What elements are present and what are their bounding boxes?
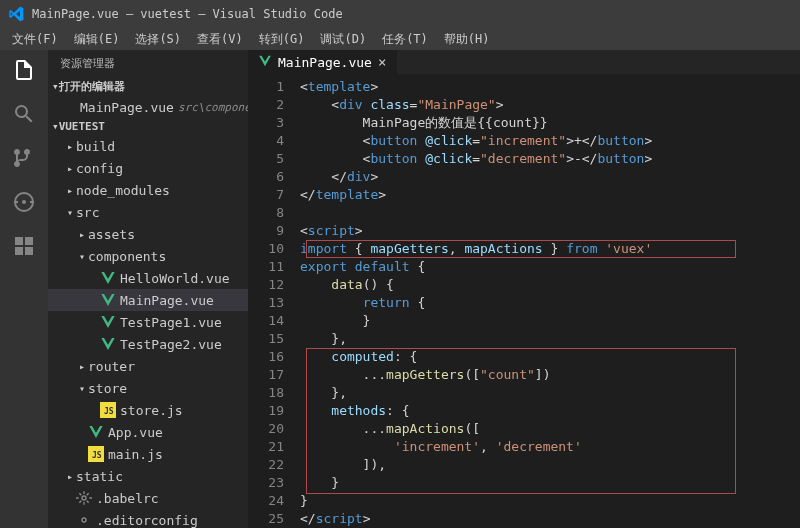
debug-icon[interactable] <box>10 188 38 216</box>
menu-tasks[interactable]: 任务(T) <box>374 31 436 48</box>
vue-icon <box>100 336 116 352</box>
chevron-down-icon: ▾ <box>76 383 88 394</box>
tree-file-appvue[interactable]: App.vue <box>48 421 248 443</box>
vue-icon <box>258 54 272 71</box>
editor-tabs: MainPage.vue × <box>248 50 800 74</box>
open-editors-header[interactable]: ▾ 打开的编辑器 <box>48 77 248 96</box>
vue-icon <box>100 314 116 330</box>
menu-edit[interactable]: 编辑(E) <box>66 31 128 48</box>
open-editors-label: 打开的编辑器 <box>59 79 125 94</box>
search-icon[interactable] <box>10 100 38 128</box>
tree-folder-router[interactable]: ▸router <box>48 355 248 377</box>
sidebar: 资源管理器 ▾ 打开的编辑器 MainPage.vue src\componen… <box>48 50 248 528</box>
svg-text:JS: JS <box>104 407 114 416</box>
menu-go[interactable]: 转到(G) <box>251 31 313 48</box>
chevron-down-icon: ▾ <box>76 251 88 262</box>
window-title: MainPage.vue — vuetest — Visual Studio C… <box>32 7 343 21</box>
titlebar: MainPage.vue — vuetest — Visual Studio C… <box>0 0 800 28</box>
svg-point-6 <box>82 496 86 500</box>
svg-text:JS: JS <box>92 451 102 460</box>
vue-icon <box>100 270 116 286</box>
svg-point-1 <box>22 200 26 204</box>
chevron-right-icon: ▸ <box>76 229 88 240</box>
code-lines[interactable]: <template> <div class="MainPage"> MainPa… <box>294 74 800 528</box>
tree-folder-src[interactable]: ▾src <box>48 201 248 223</box>
tree-folder-assets[interactable]: ▸assets <box>48 223 248 245</box>
tree-file-storejs[interactable]: JSstore.js <box>48 399 248 421</box>
menu-help[interactable]: 帮助(H) <box>436 31 498 48</box>
menu-file[interactable]: 文件(F) <box>4 31 66 48</box>
source-control-icon[interactable] <box>10 144 38 172</box>
chevron-down-icon: ▾ <box>52 80 59 93</box>
tree-folder-node-modules[interactable]: ▸node_modules <box>48 179 248 201</box>
project-header[interactable]: ▾ VUETEST <box>48 118 248 135</box>
tree-file-editorconfig[interactable]: .editorconfig <box>48 509 248 528</box>
menu-view[interactable]: 查看(V) <box>189 31 251 48</box>
open-editor-name: MainPage.vue <box>80 100 174 115</box>
chevron-down-icon: ▾ <box>64 207 76 218</box>
sidebar-title: 资源管理器 <box>48 50 248 77</box>
close-icon[interactable]: × <box>378 54 386 70</box>
tree-folder-config[interactable]: ▸config <box>48 157 248 179</box>
vscode-logo-icon <box>8 6 24 22</box>
tree-file-testpage2[interactable]: TestPage2.vue <box>48 333 248 355</box>
project-name: VUETEST <box>59 120 105 133</box>
tab-label: MainPage.vue <box>278 55 372 70</box>
tree-folder-build[interactable]: ▸build <box>48 135 248 157</box>
menu-debug[interactable]: 调试(D) <box>312 31 374 48</box>
chevron-right-icon: ▸ <box>64 185 76 196</box>
chevron-right-icon: ▸ <box>64 141 76 152</box>
tree-folder-components[interactable]: ▾components <box>48 245 248 267</box>
tree-file-mainpage[interactable]: MainPage.vue <box>48 289 248 311</box>
tree-folder-static[interactable]: ▸static <box>48 465 248 487</box>
extensions-icon[interactable] <box>10 232 38 260</box>
chevron-down-icon: ▾ <box>52 120 59 133</box>
tree-file-mainjs[interactable]: JSmain.js <box>48 443 248 465</box>
svg-point-7 <box>82 518 86 522</box>
menu-selection[interactable]: 选择(S) <box>127 31 189 48</box>
settings-icon <box>76 512 92 528</box>
open-editor-path: src\components <box>178 101 248 114</box>
js-icon: JS <box>88 446 104 462</box>
open-editor-item[interactable]: MainPage.vue src\components <box>48 96 248 118</box>
tab-mainpage[interactable]: MainPage.vue × <box>248 50 397 74</box>
vue-icon <box>88 424 104 440</box>
tree-folder-store[interactable]: ▾store <box>48 377 248 399</box>
line-numbers: 1234567891011121314151617181920212223242… <box>248 74 294 528</box>
main-area: 资源管理器 ▾ 打开的编辑器 MainPage.vue src\componen… <box>0 50 800 528</box>
activity-bar <box>0 50 48 528</box>
tree-file-testpage1[interactable]: TestPage1.vue <box>48 311 248 333</box>
explorer-icon[interactable] <box>10 56 38 84</box>
code-area[interactable]: 1234567891011121314151617181920212223242… <box>248 74 800 528</box>
chevron-right-icon: ▸ <box>64 471 76 482</box>
chevron-right-icon: ▸ <box>76 361 88 372</box>
editor: MainPage.vue × 1234567891011121314151617… <box>248 50 800 528</box>
tree-file-babelrc[interactable]: .babelrc <box>48 487 248 509</box>
tree-file-helloworld[interactable]: HelloWorld.vue <box>48 267 248 289</box>
chevron-right-icon: ▸ <box>64 163 76 174</box>
menubar: 文件(F) 编辑(E) 选择(S) 查看(V) 转到(G) 调试(D) 任务(T… <box>0 28 800 50</box>
settings-icon <box>76 490 92 506</box>
vue-icon <box>100 292 116 308</box>
js-icon: JS <box>100 402 116 418</box>
